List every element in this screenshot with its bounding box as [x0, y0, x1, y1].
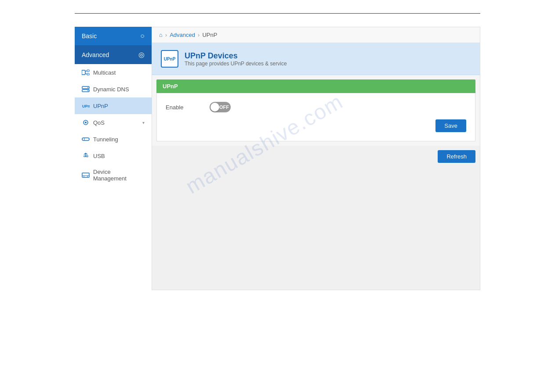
enable-row: Enable OFF [166, 102, 466, 112]
toggle-knob [210, 103, 219, 111]
advanced-label: Advanced [82, 51, 109, 58]
upnp-icon: UPnP [82, 102, 90, 110]
multicast-label: Multicast [93, 69, 116, 76]
refresh-button[interactable]: Refresh [438, 150, 475, 163]
device-management-icon [82, 171, 90, 179]
sidebar-item-usb[interactable]: USB [75, 147, 152, 164]
main-layout: Basic ○ Advanced ◎ [75, 27, 480, 290]
dynamic-dns-label: Dynamic DNS [93, 86, 129, 93]
page-wrapper: Basic ○ Advanced ◎ [0, 0, 555, 392]
sidebar: Basic ○ Advanced ◎ [75, 27, 152, 290]
breadcrumb-separator-1: › [165, 32, 167, 38]
qos-left: QoS [82, 119, 105, 126]
enable-label: Enable [166, 104, 201, 111]
svg-point-11 [85, 122, 87, 123]
toggle-track: OFF [210, 102, 231, 112]
qos-label: QoS [93, 119, 105, 126]
page-header: UPnP UPnP Devices This page provides UPn… [152, 43, 480, 75]
svg-rect-12 [82, 138, 89, 140]
multicast-icon [82, 68, 90, 76]
breadcrumb-separator-2: › [198, 32, 200, 38]
breadcrumb-advanced[interactable]: Advanced [170, 32, 195, 38]
svg-point-7 [87, 87, 88, 88]
svg-point-14 [84, 156, 85, 157]
page-icon-text: UPnP [164, 57, 176, 61]
svg-rect-4 [87, 73, 89, 75]
home-icon[interactable]: ⌂ [159, 32, 163, 38]
dns-icon [82, 85, 90, 93]
page-header-icon: UPnP [161, 50, 178, 68]
sidebar-item-basic[interactable]: Basic ○ [75, 27, 152, 45]
page-description: This page provides UPnP devices & servic… [185, 61, 287, 67]
svg-rect-16 [82, 173, 89, 177]
top-bar [0, 0, 555, 13]
basic-label: Basic [82, 32, 97, 40]
toggle-label: OFF [219, 104, 229, 110]
svg-rect-0 [82, 70, 85, 75]
section-header: UPnP [156, 79, 475, 93]
usb-label: USB [93, 153, 105, 159]
save-button[interactable]: Save [435, 119, 466, 132]
content-area: ⌂ › Advanced › UPnP UPnP UPnP Devices Th… [152, 27, 480, 290]
section-body: Enable OFF Save [156, 93, 475, 141]
tunneling-icon [82, 135, 90, 143]
device-management-label: Device Management [93, 169, 145, 182]
usb-icon [82, 152, 90, 160]
sidebar-sub-items: Multicast Dynamic DNS [75, 64, 152, 186]
svg-rect-3 [87, 70, 89, 72]
refresh-row: Refresh [152, 146, 480, 167]
page-title: UPnP Devices [185, 51, 287, 61]
sidebar-item-tunneling[interactable]: Tunneling [75, 131, 152, 147]
upnp-label: UPnP [93, 103, 108, 109]
qos-icon [82, 119, 90, 126]
page-header-text: UPnP Devices This page provides UPnP dev… [185, 51, 287, 67]
top-divider [75, 13, 480, 14]
tunneling-label: Tunneling [93, 136, 118, 143]
section-container: UPnP Enable OFF Save [152, 75, 480, 146]
breadcrumb-current: UPnP [202, 32, 217, 38]
svg-text:UPnP: UPnP [82, 104, 90, 108]
sidebar-item-upnp[interactable]: UPnP UPnP [75, 97, 152, 114]
svg-rect-15 [87, 156, 88, 157]
sidebar-item-dynamic-dns[interactable]: Dynamic DNS [75, 81, 152, 97]
breadcrumb: ⌂ › Advanced › UPnP [152, 27, 480, 43]
basic-icon: ○ [140, 32, 145, 40]
enable-toggle[interactable]: OFF [210, 102, 231, 112]
sidebar-item-multicast[interactable]: Multicast [75, 64, 152, 81]
sidebar-item-qos[interactable]: QoS ▾ [75, 114, 152, 131]
svg-point-8 [87, 90, 88, 91]
save-row: Save [166, 119, 466, 132]
chevron-down-icon: ▾ [142, 120, 145, 125]
advanced-settings-icon: ◎ [138, 50, 145, 59]
sidebar-item-device-management[interactable]: Device Management [75, 164, 152, 186]
sidebar-item-advanced[interactable]: Advanced ◎ [75, 45, 152, 64]
